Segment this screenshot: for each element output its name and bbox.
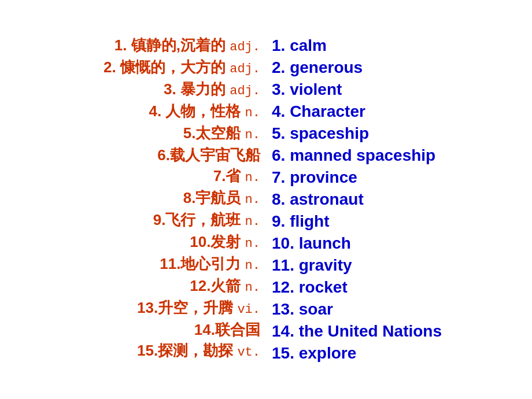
chinese-item-1: 1. 镇静的,沉着的 adj. — [114, 35, 260, 57]
chinese-item-14: 14.联合国 — [194, 319, 260, 340]
english-item-6: 6. manned spaceship — [272, 145, 435, 167]
chinese-item-2: 2. 慷慨的，大方的 adj. — [104, 57, 260, 79]
chinese-column: 1. 镇静的,沉着的 adj.2. 慷慨的，大方的 adj.3. 暴力的 adj… — [12, 35, 266, 364]
english-item-15: 15. explore — [272, 342, 356, 364]
chinese-item-4: 4. 人物，性格 n. — [149, 101, 260, 123]
english-item-13: 13. soar — [272, 298, 333, 320]
english-item-1: 1. calm — [272, 35, 327, 57]
english-item-8: 8. astronaut — [272, 189, 364, 210]
english-item-10: 10. launch — [272, 232, 351, 254]
chinese-item-10: 10.发射 n. — [190, 231, 260, 253]
chinese-item-7: 7.省 n. — [213, 165, 260, 187]
chinese-item-5: 5.太空船 n. — [183, 123, 260, 145]
chinese-item-3: 3. 暴力的 adj. — [164, 79, 260, 101]
chinese-item-11: 11.地心引力 n. — [160, 253, 260, 275]
vocab-table: 1. 镇静的,沉着的 adj.2. 慷慨的，大方的 adj.3. 暴力的 adj… — [12, 35, 520, 364]
english-item-9: 9. flight — [272, 210, 330, 232]
english-item-14: 14. the United Nations — [272, 320, 442, 342]
chinese-item-8: 8.宇航员 n. — [183, 187, 260, 209]
english-item-7: 7. province — [272, 167, 357, 189]
english-item-3: 3. violent — [272, 79, 342, 101]
english-item-2: 2. generous — [272, 57, 363, 79]
english-item-4: 4. Character — [272, 101, 365, 123]
chinese-item-13: 13.升空，升腾 vi. — [137, 297, 260, 319]
chinese-item-12: 12.火箭 n. — [190, 275, 260, 297]
english-column: 1. calm2. generous3. violent4. Character… — [266, 35, 520, 364]
chinese-item-9: 9.飞行，航班 n. — [153, 209, 260, 231]
chinese-item-6: 6.载人宇宙飞船 — [157, 145, 260, 165]
english-item-11: 11. gravity — [272, 254, 352, 276]
english-item-12: 12. rocket — [272, 276, 348, 298]
english-item-5: 5. spaceship — [272, 123, 369, 145]
chinese-item-15: 15.探测，勘探 vt. — [137, 340, 260, 362]
